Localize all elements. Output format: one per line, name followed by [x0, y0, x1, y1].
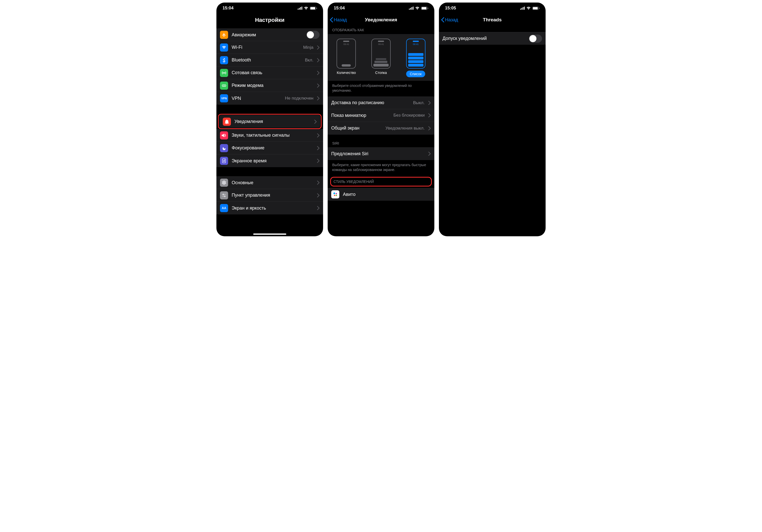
tile-caption: Список [406, 71, 425, 77]
wifi-icon [304, 7, 308, 10]
back-button[interactable]: Назад [330, 17, 347, 23]
display-tile-list[interactable]: 09:41 Список [402, 38, 430, 77]
svg-rect-1 [299, 8, 300, 10]
airplane-toggle[interactable] [306, 31, 320, 39]
cellular-icon [409, 7, 414, 10]
svg-rect-0 [298, 9, 298, 10]
mock-phone-count: 09:41 [337, 38, 356, 69]
row-label: Основные [232, 180, 313, 186]
threads-screen: 15:05 Назад Threads Допуск уведомлений [439, 3, 546, 236]
chevron-right-icon [317, 96, 320, 100]
status-time: 15:04 [222, 6, 270, 11]
row-display[interactable]: AA Экран и яркость [216, 202, 323, 214]
row-cellular[interactable]: Сотовая связь [216, 67, 323, 79]
row-notifications[interactable]: Уведомления [219, 115, 320, 128]
row-label: Bluetooth [232, 57, 301, 63]
chevron-right-icon [314, 120, 317, 124]
row-focus[interactable]: Фокусирование [216, 142, 323, 154]
row-previews[interactable]: Показ миниатюр Без блокировки [328, 109, 434, 122]
nav-header: Назад Threads [439, 14, 546, 26]
svg-rect-5 [310, 7, 315, 9]
row-label: Режим модема [232, 83, 313, 88]
highlight-notifications: Уведомления [218, 114, 322, 129]
chevron-right-icon [428, 101, 431, 105]
svg-point-13 [223, 194, 224, 195]
row-label: Звуки, тактильные сигналы [232, 133, 313, 138]
control-center-icon [220, 191, 228, 199]
threads-list: Допуск уведомлений [439, 26, 546, 236]
row-control-center[interactable]: Пункт управления [216, 189, 323, 202]
row-vpn[interactable]: VPN VPN Не подключен [216, 92, 323, 105]
svg-rect-10 [222, 159, 226, 163]
svg-rect-32 [539, 8, 540, 9]
status-icons [270, 7, 317, 10]
svg-rect-31 [533, 7, 538, 9]
row-scheduled-delivery[interactable]: Доставка по расписанию Выкл. [328, 97, 434, 109]
row-label: Предложения Siri [331, 151, 425, 157]
svg-rect-20 [421, 7, 426, 9]
chevron-left-icon [330, 17, 333, 22]
section-header-siri: SIRI [328, 135, 434, 147]
airplane-icon [220, 31, 228, 39]
display-tile-count[interactable]: 09:41 Количество [332, 38, 360, 77]
row-allow-notifications[interactable]: Допуск уведомлений [439, 32, 546, 45]
row-value: Не подключен [285, 96, 313, 101]
svg-point-8 [222, 85, 224, 86]
chevron-right-icon [317, 159, 320, 163]
row-wifi[interactable]: Wi-Fi Minja [216, 41, 323, 54]
chevron-right-icon [428, 113, 431, 117]
row-hotspot[interactable]: Режим модема [216, 79, 323, 92]
chevron-right-icon [317, 84, 320, 88]
row-value: Вкл. [305, 58, 313, 63]
mock-phone-list: 09:41 [406, 38, 425, 69]
battery-icon [310, 7, 317, 10]
row-label: Авито [343, 192, 431, 197]
tile-caption: Количество [337, 71, 356, 75]
svg-rect-26 [520, 9, 521, 10]
back-label: Назад [445, 17, 458, 23]
svg-rect-15 [409, 9, 410, 10]
svg-rect-27 [521, 8, 522, 10]
back-button[interactable]: Назад [441, 17, 458, 23]
chevron-right-icon [428, 152, 431, 156]
row-label: Допуск уведомлений [442, 36, 525, 41]
svg-point-22 [334, 192, 335, 194]
row-sounds[interactable]: Звуки, тактильные сигналы [216, 129, 323, 142]
battery-icon [532, 7, 540, 10]
svg-rect-12 [224, 160, 225, 162]
row-value: Без блокировки [394, 113, 425, 118]
row-app-avito[interactable]: Авито [328, 188, 434, 201]
row-bluetooth[interactable]: Bluetooth Вкл. [216, 54, 323, 67]
row-screentime[interactable]: Экранное время [216, 154, 323, 167]
row-value: Уведомления выкл. [385, 126, 425, 131]
row-shared-screen[interactable]: Общий экран Уведомления выкл. [328, 122, 434, 135]
row-value: Выкл. [413, 100, 425, 106]
svg-rect-17 [412, 7, 412, 10]
section-footer-displayas: Выберите способ отображения уведомлений … [328, 81, 434, 97]
highlight-notification-style: СТИЛЬ УВЕДОМЛЕНИЙ [330, 177, 432, 187]
status-icons [381, 7, 428, 10]
status-bar: 15:04 [216, 3, 323, 14]
battery-icon [421, 7, 428, 10]
row-siri-suggestions[interactable]: Предложения Siri [328, 147, 434, 160]
allow-notifications-toggle[interactable] [529, 35, 542, 43]
svg-point-24 [334, 195, 335, 196]
svg-rect-21 [428, 8, 428, 9]
chevron-left-icon [441, 17, 444, 22]
notifications-list: ОТОБРАЖАТЬ КАК 09:41 Количество 09:41 [328, 26, 434, 236]
row-general[interactable]: Основные [216, 176, 323, 189]
row-label: Уведомления [234, 119, 311, 124]
row-airplane[interactable]: Авиарежим [216, 29, 323, 41]
svg-rect-6 [317, 8, 317, 9]
display-tile-stack[interactable]: 09:41 Стопка [367, 38, 395, 77]
section-header-displayas: ОТОБРАЖАТЬ КАК [328, 26, 434, 34]
wifi-icon [415, 7, 419, 10]
display-as-picker: 09:41 Количество 09:41 Стопка [328, 34, 434, 81]
row-label: Сотовая связь [232, 70, 313, 75]
svg-rect-16 [410, 8, 411, 10]
row-label: VPN [232, 96, 281, 101]
home-indicator[interactable] [253, 234, 286, 235]
mock-phone-stack: 09:41 [371, 38, 391, 69]
row-label: Wi-Fi [232, 45, 299, 50]
chevron-right-icon [317, 146, 320, 150]
